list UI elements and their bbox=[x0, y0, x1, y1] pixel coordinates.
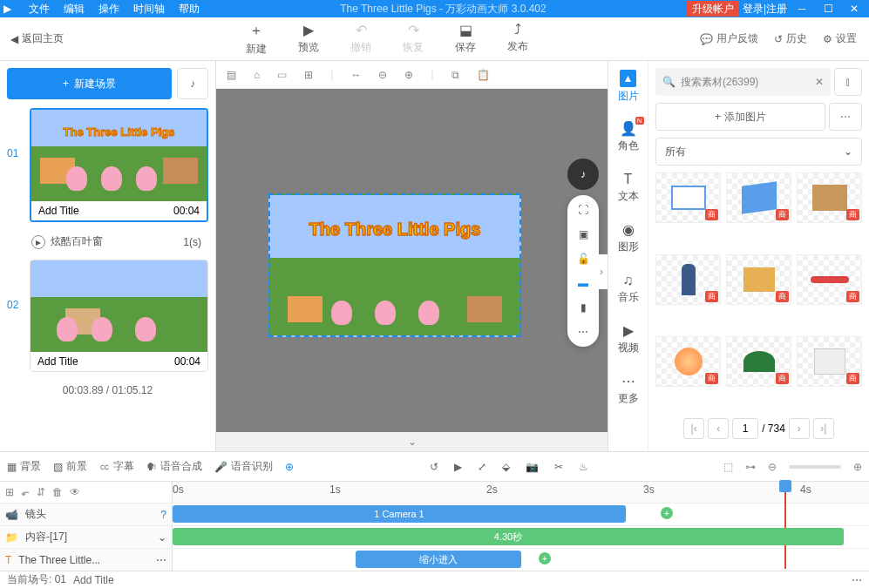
feedback-button[interactable]: 💬用户反馈 bbox=[700, 31, 758, 46]
camera-clip[interactable]: 1 Camera 1 bbox=[173, 505, 626, 523]
canvas-selection[interactable]: The Three Little Pigs bbox=[268, 193, 521, 337]
text-track[interactable]: 缩小进入 + bbox=[173, 549, 869, 571]
timeline-ruler[interactable]: 0s 1s 2s 3s 4s bbox=[173, 482, 869, 503]
asset-item[interactable] bbox=[797, 254, 862, 305]
menu-action[interactable]: 操作 bbox=[98, 2, 119, 17]
back-home-button[interactable]: ◀ 返回主页 bbox=[0, 31, 74, 46]
undo-button[interactable]: ↶撤销 bbox=[350, 22, 371, 57]
tab-more[interactable]: ⋯更多 bbox=[608, 364, 648, 415]
asset-item[interactable] bbox=[655, 172, 721, 223]
login-link[interactable]: 登录|注册 bbox=[743, 2, 787, 17]
export-track-icon[interactable]: ⬐ bbox=[21, 486, 30, 498]
page-last-button[interactable]: ›| bbox=[813, 418, 834, 439]
collapse-icon[interactable]: ⇵ bbox=[37, 486, 45, 498]
more-dots-icon[interactable]: ⋯ bbox=[578, 326, 588, 338]
copy-icon[interactable]: ⧉ bbox=[451, 69, 459, 81]
menu-edit[interactable]: 编辑 bbox=[64, 2, 85, 17]
tab-music[interactable]: ♫音乐 bbox=[608, 263, 648, 314]
transition-row[interactable]: ▸ 炫酷百叶窗 1(s) bbox=[24, 231, 208, 253]
help-icon[interactable]: ? bbox=[160, 509, 166, 521]
fg-button[interactable]: ▧前景 bbox=[53, 459, 87, 474]
add-image-button[interactable]: +添加图片 bbox=[655, 103, 825, 131]
zoom-slider[interactable] bbox=[789, 465, 841, 469]
clear-icon[interactable]: ✕ bbox=[815, 76, 824, 88]
eye-icon[interactable]: 👁 bbox=[70, 486, 80, 498]
menu-help[interactable]: 帮助 bbox=[179, 2, 200, 17]
page-prev-button[interactable]: ‹ bbox=[708, 418, 729, 439]
more-dots-icon[interactable]: ⊕ bbox=[285, 461, 294, 473]
page-first-button[interactable]: |‹ bbox=[683, 418, 704, 439]
publish-button[interactable]: ⤴发布 bbox=[507, 22, 528, 57]
text-clip[interactable]: 缩小进入 bbox=[356, 551, 521, 568]
new-scene-button[interactable]: +新建场景 bbox=[7, 68, 172, 99]
camera-icon[interactable]: 📷 bbox=[526, 461, 539, 473]
zoom-out-tl-icon[interactable]: ⊖ bbox=[768, 461, 777, 473]
upgrade-button[interactable]: 升级帐户 bbox=[687, 1, 739, 17]
tab-shape[interactable]: ◉图形 bbox=[608, 213, 648, 263]
chevron-down-icon[interactable]: ⌄ bbox=[158, 531, 166, 544]
tts-button[interactable]: 🗣语音合成 bbox=[146, 459, 202, 474]
add-more-button[interactable]: ⋯ bbox=[829, 103, 862, 131]
fullscreen-icon[interactable]: ⛶ bbox=[578, 204, 588, 216]
crop-icon[interactable]: ✂ bbox=[554, 461, 563, 473]
asset-item[interactable] bbox=[726, 254, 791, 305]
more-dots-icon[interactable]: ⋯ bbox=[156, 554, 166, 566]
minimize-button[interactable]: ─ bbox=[791, 1, 813, 17]
asset-item[interactable] bbox=[797, 336, 862, 387]
subtitle-button[interactable]: ㏄字幕 bbox=[99, 459, 134, 474]
float-music-button[interactable]: ♪ bbox=[567, 159, 599, 190]
settings-button[interactable]: ⚙设置 bbox=[823, 31, 857, 46]
home-icon[interactable]: ⌂ bbox=[254, 69, 260, 81]
align-left-icon[interactable]: ▤ bbox=[227, 69, 236, 81]
asset-item[interactable] bbox=[655, 336, 721, 387]
menu-file[interactable]: 文件 bbox=[29, 2, 50, 17]
align-h-icon[interactable]: ↔ bbox=[350, 69, 361, 81]
bg-button[interactable]: ▦背景 bbox=[7, 459, 41, 474]
zoom-in-icon[interactable]: ⊕ bbox=[404, 69, 413, 81]
new-button[interactable]: ＋新建 bbox=[246, 22, 267, 57]
device-icon[interactable]: ▮ bbox=[580, 301, 587, 314]
page-input[interactable] bbox=[732, 418, 758, 439]
link-icon[interactable]: ⊶ bbox=[745, 461, 756, 473]
more-dots-icon[interactable]: ⋯ bbox=[852, 574, 862, 586]
fullscreen-icon[interactable]: ⤢ bbox=[478, 461, 486, 473]
page-next-button[interactable]: › bbox=[789, 418, 810, 439]
rect-icon[interactable]: ▭ bbox=[277, 69, 287, 81]
scene-music-button[interactable]: ♪ bbox=[177, 68, 208, 99]
rewind-icon[interactable]: ↺ bbox=[430, 461, 438, 473]
zoom-in-tl-icon[interactable]: ⊕ bbox=[853, 461, 862, 473]
content-clip[interactable]: 4.30秒 bbox=[173, 528, 844, 545]
screen-icon[interactable]: ▬ bbox=[578, 277, 588, 289]
filter-button[interactable]: ⫿ bbox=[834, 68, 862, 96]
tab-image[interactable]: ▲图片 bbox=[608, 61, 648, 112]
maximize-button[interactable]: ☐ bbox=[817, 1, 839, 17]
delete-icon[interactable]: 🗑 bbox=[52, 486, 63, 498]
tab-text[interactable]: T文本 bbox=[608, 162, 648, 213]
close-button[interactable]: ✕ bbox=[843, 1, 866, 17]
canvas[interactable]: The Three Little Pigs ♪ ⛶ ▣ 🔓 ▬ ▮ ⋯ › bbox=[216, 89, 608, 432]
asset-item[interactable] bbox=[797, 172, 862, 223]
marker-icon[interactable]: ⬚ bbox=[723, 461, 733, 473]
zoom-out-icon[interactable]: ⊖ bbox=[378, 69, 387, 81]
add-keyframe-button[interactable]: + bbox=[661, 507, 673, 519]
preview-button[interactable]: ▶预览 bbox=[298, 22, 319, 57]
ruler-icon[interactable]: ⊞ bbox=[304, 69, 313, 81]
category-select[interactable]: 所有 ⌄ bbox=[655, 138, 862, 166]
save-button[interactable]: ⬓保存 bbox=[455, 22, 476, 57]
tab-video[interactable]: ▶视频 bbox=[608, 314, 648, 364]
redo-button[interactable]: ↷恢复 bbox=[403, 22, 424, 57]
chevron-down-icon[interactable]: ⌄ bbox=[408, 436, 417, 448]
layers-icon[interactable]: ▣ bbox=[579, 228, 588, 240]
filter-icon[interactable]: ♨ bbox=[579, 461, 588, 473]
menu-timeline[interactable]: 时间轴 bbox=[133, 2, 165, 17]
asr-button[interactable]: 🎤语音识别 bbox=[214, 459, 273, 474]
scene-card-1[interactable]: The Three Little Pigs Add Title 00:04 bbox=[30, 108, 208, 222]
asset-item[interactable] bbox=[726, 172, 791, 223]
content-track[interactable]: 4.30秒 bbox=[173, 526, 869, 548]
unlock-icon[interactable]: 🔓 bbox=[577, 253, 590, 265]
tab-role[interactable]: 👤角色 bbox=[608, 112, 648, 162]
scene-card-2[interactable]: Add Title 00:04 bbox=[30, 260, 208, 372]
paste-icon[interactable]: 📋 bbox=[477, 69, 490, 81]
add-track-icon[interactable]: ⊞ bbox=[5, 486, 14, 498]
panel-expand-button[interactable]: › bbox=[595, 254, 608, 289]
